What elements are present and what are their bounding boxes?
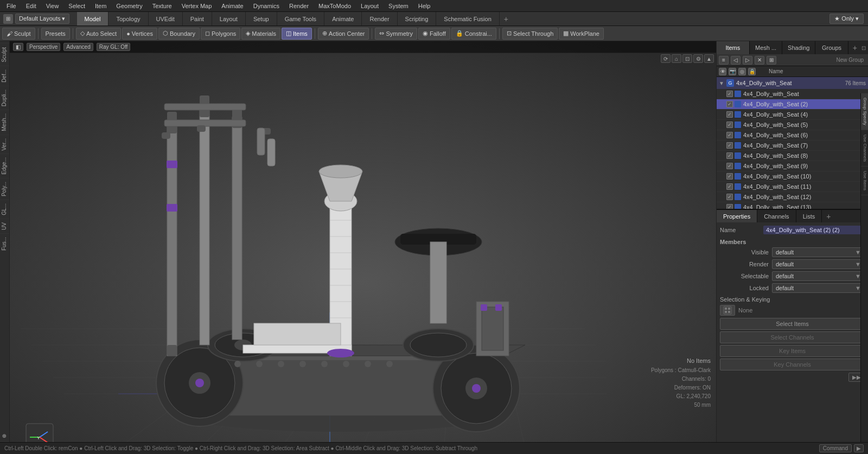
sidebar-tab-mesh[interactable]: Mesh... (0, 110, 9, 135)
viewport-maximize-btn[interactable]: ⊡ (682, 54, 692, 63)
menu-texture[interactable]: Texture (148, 2, 176, 10)
sidebar-tab-bottom[interactable]: ⊕ (0, 431, 9, 442)
tab-gametools[interactable]: Game Tools (277, 12, 325, 25)
list-item[interactable]: ✓ 4x4_Dolly_with_Seat (9) (717, 161, 868, 171)
tab-schematicfusion[interactable]: Schematic Fusion (436, 12, 499, 25)
list-item[interactable]: ✓ 4x4_Dolly_with_Seat (717, 89, 868, 99)
sidebar-tab-edge[interactable]: Edge... (0, 154, 9, 178)
menu-geometry[interactable]: Geometry (112, 2, 146, 10)
tab-groups[interactable]: Groups (815, 41, 848, 54)
tab-mesh[interactable]: Mesh ... (750, 41, 783, 54)
viewport-expand-btn[interactable]: ▲ (704, 54, 714, 63)
items-tool-2[interactable]: ▷ (743, 56, 752, 65)
items-tab-add[interactable]: + (848, 41, 861, 54)
items-tool-3[interactable]: ✕ (755, 56, 764, 65)
status-expand-btn[interactable]: ▶ (854, 444, 864, 452)
polygons-btn[interactable]: ◻ Polygons (201, 28, 240, 40)
menu-dynamics[interactable]: Dynamics (249, 2, 284, 10)
sidebar-tab-gl[interactable]: GL... (0, 200, 9, 219)
action-center-btn[interactable]: ⊕ Action Center (318, 28, 369, 40)
menu-animate[interactable]: Animate (217, 2, 247, 10)
sidebar-tab-uv[interactable]: UV (0, 219, 9, 233)
item-checkbox[interactable]: ✓ (726, 101, 733, 107)
list-item[interactable]: ✓ 4x4_Dolly_with_Seat (13) (717, 202, 868, 209)
autoselect-btn[interactable]: ◇ Auto Select (76, 28, 121, 40)
menu-layout[interactable]: Layout (356, 2, 383, 10)
items-panel-expand[interactable]: ⊡ (861, 45, 866, 51)
menu-file[interactable]: File (2, 2, 21, 10)
tab-animate[interactable]: Animate (324, 12, 362, 25)
list-item[interactable]: ✓ 4x4_Dolly_with_Seat (4) (717, 110, 868, 120)
viewport-perspective[interactable]: Perspective (27, 43, 60, 51)
list-item[interactable]: ✓ 4x4_Dolly_with_Seat (10) (717, 171, 868, 182)
symmetry-btn[interactable]: ⇔ Symmetry (375, 28, 417, 40)
viewport-settings-btn[interactable]: ⚙ (693, 54, 703, 63)
list-item[interactable]: ✓ 4x4_Dolly_with_Seat (6) (717, 130, 868, 140)
prop-visible-dropdown[interactable]: default ▼ (772, 247, 865, 257)
menu-maxtomodo[interactable]: MaxToModo (314, 2, 355, 10)
list-item[interactable]: ✓ 4x4_Dolly_with_Seat (5) (717, 120, 868, 130)
tab-channels[interactable]: Channels (757, 210, 796, 222)
sidebar-tab-ver[interactable]: Ver... (0, 135, 9, 154)
item-checkbox[interactable]: ✓ (726, 183, 733, 190)
key-channels-btn[interactable]: Key Channels (720, 359, 865, 370)
items-tool-1[interactable]: ◁ (731, 56, 741, 65)
menu-render[interactable]: Render (285, 2, 313, 10)
item-checkbox[interactable]: ✓ (726, 194, 733, 200)
tab-items[interactable]: Items (717, 41, 750, 54)
select-channels-btn[interactable]: Select Channels (720, 331, 865, 343)
items-tool-4[interactable]: ⊞ (767, 56, 776, 65)
prop-locked-dropdown[interactable]: default ▼ (772, 283, 865, 293)
props-tab-add[interactable]: + (822, 210, 835, 222)
sidebar-tab-fus[interactable]: Fus... (0, 233, 9, 254)
vtab-use-items[interactable]: Use Items (861, 167, 868, 195)
constrain-btn[interactable]: 🔒 Constrai... (451, 28, 496, 40)
items-new-group[interactable]: ≡ (719, 56, 729, 65)
list-item[interactable]: ✓ 4x4_Dolly_with_Seat (7) (717, 140, 868, 151)
tab-topology[interactable]: Topology (108, 12, 148, 25)
menu-vertexmap[interactable]: Vertex Map (177, 2, 216, 10)
sculpt-btn[interactable]: 🖌 Sculpt (2, 28, 35, 40)
viewport-advanced[interactable]: Advanced (63, 43, 93, 51)
prop-selectable-dropdown[interactable]: default ▼ (772, 271, 865, 281)
prop-name-input[interactable] (763, 226, 865, 234)
item-checkbox[interactable]: ✓ (726, 142, 733, 149)
workplane-btn[interactable]: ▦ WorkPlane (559, 28, 604, 40)
prop-render-dropdown[interactable]: default ▼ (772, 259, 865, 269)
sidebar-tab-def[interactable]: Def... (0, 66, 9, 86)
sidebar-tab-sculpt[interactable]: Sculpt (0, 43, 9, 66)
menu-edit[interactable]: Edit (22, 2, 41, 10)
select-items-btn[interactable]: Select Items (720, 318, 865, 330)
menu-view[interactable]: View (42, 2, 63, 10)
list-item[interactable]: ✓ 4x4_Dolly_with_Seat (8) (717, 151, 868, 161)
tab-scripting[interactable]: Scripting (398, 12, 437, 25)
item-checkbox[interactable]: ✓ (726, 152, 733, 159)
selectthrough-btn[interactable]: ⊡ Select Through (502, 28, 558, 40)
tab-uvedit[interactable]: UVEdit (149, 12, 183, 25)
command-input[interactable]: Command (819, 444, 852, 452)
item-checkbox[interactable]: ✓ (726, 173, 733, 180)
menu-system[interactable]: System (384, 2, 413, 10)
boundary-btn[interactable]: ⬡ Boundary (158, 28, 200, 40)
item-checkbox[interactable]: ✓ (726, 91, 733, 97)
tab-paint[interactable]: Paint (183, 12, 212, 25)
sidebar-tab-poly[interactable]: Poly... (0, 178, 9, 200)
item-checkbox[interactable]: ✓ (726, 163, 733, 169)
tab-render[interactable]: Render (362, 12, 397, 25)
item-checkbox[interactable]: ✓ (726, 132, 733, 138)
viewport[interactable]: ◧ Perspective Advanced Ray GL: Off ⟳ ⌂ ⊡… (10, 41, 716, 442)
items-group-header[interactable]: ▼ G 4x4_Dolly_with_Seat 76 Items (717, 77, 868, 89)
vtab-use-channels[interactable]: Use Channels (861, 130, 868, 167)
tab-lists[interactable]: Lists (796, 210, 822, 222)
list-item-selected[interactable]: ✓ 4x4_Dolly_with_Seat (2) (717, 99, 868, 110)
viewport-raygl[interactable]: Ray GL: Off (97, 43, 131, 51)
layout-tab-add[interactable]: + (500, 12, 513, 25)
vertices-btn[interactable]: ● Vertices (122, 28, 157, 40)
item-checkbox[interactable]: ✓ (726, 122, 733, 128)
viewport-home-btn[interactable]: ⌂ (672, 54, 681, 63)
tab-setup[interactable]: Setup (246, 12, 277, 25)
layout-only-btn[interactable]: ★ Only ▾ (829, 14, 864, 24)
item-checkbox[interactable]: ✓ (726, 111, 733, 118)
presets-btn[interactable]: Presets (41, 28, 70, 40)
menu-item[interactable]: Item (91, 2, 111, 10)
